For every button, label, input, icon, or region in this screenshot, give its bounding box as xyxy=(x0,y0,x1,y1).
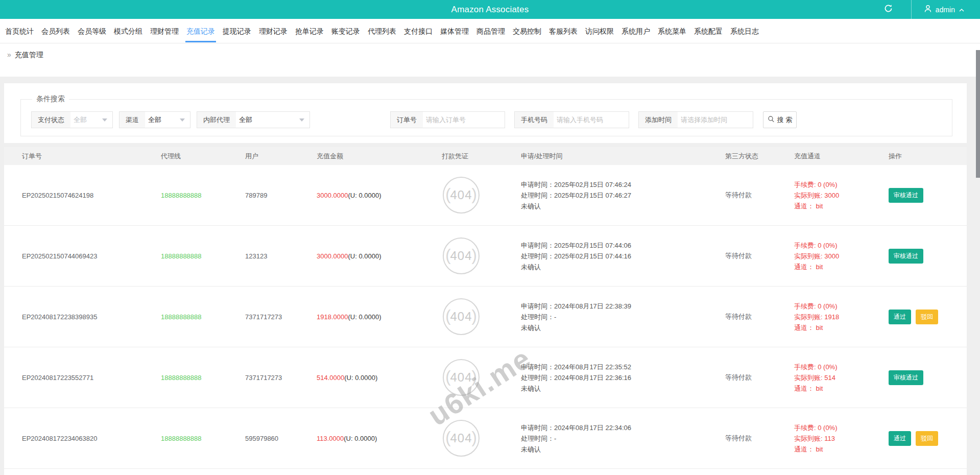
channel-line: 通道： bit xyxy=(794,444,889,455)
add-time-input[interactable] xyxy=(678,116,753,124)
chevron-down-icon xyxy=(299,118,304,122)
nav-item-16[interactable]: 客服列表 xyxy=(548,20,579,42)
confirm-status: 未确认 xyxy=(521,444,725,455)
nav-item-12[interactable]: 支付接口 xyxy=(403,20,434,42)
process-time: 处理时间：- xyxy=(521,433,725,444)
broken-image-placeholder: ( 404 ) xyxy=(443,420,480,457)
reject-button[interactable]: 驳回 xyxy=(916,431,938,446)
vertical-scrollbar[interactable] xyxy=(976,50,980,178)
recharge-amount: 113.0000(U: 0.0000) xyxy=(317,435,442,442)
nav-item-2[interactable]: 会员列表 xyxy=(40,20,71,42)
amount-value: 3000.0000 xyxy=(317,252,348,260)
agent-line: 18888888888 xyxy=(161,252,245,260)
breadcrumb: »充值管理 xyxy=(0,43,980,77)
search-button-label: 搜 索 xyxy=(777,115,793,125)
fee-line: 手续费: 0 (0%) xyxy=(794,301,889,312)
approve-button[interactable]: 审核通过 xyxy=(889,188,923,203)
channel-cell: 手续费: 0 (0%) 实际到账: 113 通道： bit xyxy=(794,422,889,455)
channel-cell: 手续费: 0 (0%) 实际到账: 3000 通道： bit xyxy=(794,240,889,272)
nav-item-5[interactable]: 理财管理 xyxy=(149,20,180,42)
table-row: EP20250215074624198 18888888888 789789 3… xyxy=(4,165,967,226)
col-user: 用户 xyxy=(245,152,317,161)
pass-button[interactable]: 通过 xyxy=(889,310,911,324)
confirm-status: 未确认 xyxy=(521,262,725,272)
nav-item-9[interactable]: 抢单记录 xyxy=(294,20,325,42)
amount-suffix: (U: 0.0000) xyxy=(344,374,377,382)
recharge-amount: 3000.0000(U: 0.0000) xyxy=(317,192,442,199)
nav-item-13[interactable]: 媒体管理 xyxy=(439,20,470,42)
nav-item-17[interactable]: 访问权限 xyxy=(584,20,615,42)
order-number: EP202502150744069423 xyxy=(4,252,161,260)
nav-item-14[interactable]: 商品管理 xyxy=(475,20,506,42)
nav-item-19[interactable]: 系统菜单 xyxy=(657,20,687,42)
third-party-status: 等待付款 xyxy=(725,434,794,443)
nav-item-18[interactable]: 系统用户 xyxy=(620,20,651,42)
paren-close: ) xyxy=(472,308,477,324)
nav-item-7[interactable]: 提现记录 xyxy=(222,20,252,42)
image-404-text: 404 xyxy=(450,249,472,263)
col-amount: 充值金额 xyxy=(317,152,442,161)
third-party-status: 等待付款 xyxy=(725,312,794,321)
table-row: EP202408172234063820 18888888888 5959798… xyxy=(4,408,967,469)
time-cell: 申请时间：2024年08月17日 22:38:39 处理时间：- 未确认 xyxy=(521,301,725,333)
nav-item-6[interactable]: 充值记录 xyxy=(185,20,216,42)
paren-open: ( xyxy=(445,369,450,385)
nav-item-4[interactable]: 模式分组 xyxy=(113,20,144,42)
nav-item-3[interactable]: 会员等级 xyxy=(77,20,107,42)
nav-item-8[interactable]: 理财记录 xyxy=(258,20,289,42)
nav-item-10[interactable]: 账变记录 xyxy=(330,20,361,42)
time-cell: 申请时间：2025年02月15日 07:44:06 处理时间：2025年02月1… xyxy=(521,240,725,272)
channel-cell: 手续费: 0 (0%) 实际到账: 514 通道： bit xyxy=(794,362,889,394)
user-menu[interactable]: admin xyxy=(912,0,980,19)
pass-button[interactable]: 通过 xyxy=(889,431,911,446)
table-row: EP20240817223552771 18888888888 73717172… xyxy=(4,347,967,408)
paren-open: ( xyxy=(445,186,450,202)
order-number: EP20240817223552771 xyxy=(4,374,161,382)
reject-button[interactable]: 驳回 xyxy=(916,310,938,324)
search-button[interactable]: 搜 索 xyxy=(763,111,797,128)
process-time: 处理时间：- xyxy=(521,312,725,322)
add-time-label: 添加时间 xyxy=(639,112,678,128)
nav-item-20[interactable]: 系统配置 xyxy=(693,20,724,42)
actual-line: 实际到账: 514 xyxy=(794,372,889,383)
add-time-field: 添加时间 xyxy=(638,111,753,128)
pay-status-label: 支付状态 xyxy=(32,112,70,128)
internal-agent-select[interactable]: 内部代理 全部 xyxy=(197,111,310,128)
col-payment-proof: 打款凭证 xyxy=(442,152,521,161)
channel-label: 渠道 xyxy=(119,112,145,128)
amount-suffix: (U: 0.0000) xyxy=(348,313,381,321)
chevron-down-icon xyxy=(180,118,185,122)
channel-select[interactable]: 渠道 全部 xyxy=(119,111,190,128)
order-no-field: 订单号 xyxy=(390,111,505,128)
third-party-status: 等待付款 xyxy=(725,191,794,200)
image-404-text: 404 xyxy=(450,370,472,385)
row-actions: 审核通过 xyxy=(889,370,967,385)
col-recharge-channel: 充值通道 xyxy=(794,152,889,161)
user-id: 123123 xyxy=(245,252,317,260)
page-title: 充值管理 xyxy=(15,51,43,59)
agent-line: 18888888888 xyxy=(161,374,245,382)
user-id: 7371717273 xyxy=(245,374,317,382)
nav-item-1[interactable]: 首页统计 xyxy=(4,20,35,42)
broken-image-placeholder: ( 404 ) xyxy=(443,298,480,335)
recharge-amount: 3000.0000(U: 0.0000) xyxy=(317,252,442,260)
order-no-input[interactable] xyxy=(423,116,505,124)
paren-close: ) xyxy=(472,369,477,385)
col-order-no: 订单号 xyxy=(4,152,161,161)
nav-item-11[interactable]: 代理列表 xyxy=(367,20,397,42)
refresh-button[interactable] xyxy=(866,0,911,19)
nav-item-21[interactable]: 系统日志 xyxy=(729,20,760,42)
channel-line: 通道： bit xyxy=(794,322,889,333)
amount-value: 113.0000 xyxy=(317,435,344,442)
nav-item-15[interactable]: 交易控制 xyxy=(512,20,542,42)
channel-cell: 手续费: 0 (0%) 实际到账: 1918 通道： bit xyxy=(794,301,889,333)
phone-input[interactable] xyxy=(554,116,629,124)
approve-button[interactable]: 审核通过 xyxy=(889,370,923,385)
phone-field: 手机号码 xyxy=(514,111,629,128)
pay-status-select[interactable]: 支付状态 全部 xyxy=(31,111,113,128)
payment-proof-cell: ( 404 ) xyxy=(442,359,521,396)
search-panel: 条件搜索 支付状态 全部 渠道 全部 内部代理 全部 订单号 xyxy=(4,83,967,143)
chevron-down-icon xyxy=(102,118,107,122)
approve-button[interactable]: 审核通过 xyxy=(889,249,923,264)
chevron-up-icon xyxy=(959,6,965,14)
